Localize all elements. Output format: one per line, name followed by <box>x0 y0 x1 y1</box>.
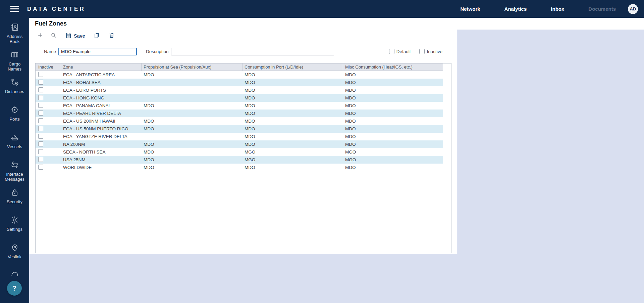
sidebar-item-label: Vessels <box>7 144 22 149</box>
header-propulsion-at-sea[interactable]: Propulsion at Sea (Propulsion/Aux) <box>142 63 243 71</box>
sidebar-item-distances[interactable]: Distances <box>0 75 29 102</box>
port-cell: MDO <box>243 134 343 139</box>
port-cell: MDO <box>243 88 343 93</box>
inactive-cell <box>36 72 61 78</box>
port-cell: MDO <box>243 95 343 100</box>
port-cell: MDO <box>243 165 343 170</box>
inactive-checkbox-group: Inactive <box>419 49 442 54</box>
inactive-cell <box>36 118 61 124</box>
name-input[interactable] <box>58 48 137 55</box>
copy-button[interactable] <box>93 31 101 41</box>
inactive-checkbox[interactable] <box>419 49 425 54</box>
inactive-cell <box>36 165 61 171</box>
sidebar-item-cargo-names[interactable]: Cargo Names <box>0 47 29 75</box>
description-label: Description <box>146 49 169 54</box>
row-inactive-checkbox[interactable] <box>38 165 43 170</box>
app-title: DATA CENTER <box>27 6 86 12</box>
add-button[interactable] <box>36 31 45 41</box>
default-checkbox[interactable] <box>389 49 394 54</box>
header-consumption-in-port[interactable]: Consumption in Port (L/D/Idle) <box>243 63 343 71</box>
nav-inbox[interactable]: Inbox <box>551 6 564 12</box>
zone-cell: ECA - US 50NM PUERTO RICO <box>61 126 142 131</box>
row-inactive-checkbox[interactable] <box>38 111 43 116</box>
table-row[interactable]: ECA - US 50NM PUERTO RICO MDO MDO MDO <box>36 125 443 133</box>
sidebar-item-interface-messages[interactable]: Interface Messages <box>0 158 29 185</box>
nav-network[interactable]: Network <box>460 6 480 12</box>
port-cell: MDO <box>243 119 343 124</box>
default-checkbox-group: Default <box>389 49 411 54</box>
row-inactive-checkbox[interactable] <box>38 87 43 92</box>
form-checkboxes: Default Inactive <box>389 49 442 54</box>
table-row[interactable]: WORLDWIDE MDO MDO MDO <box>36 164 443 171</box>
delete-button[interactable] <box>107 31 116 41</box>
row-inactive-checkbox[interactable] <box>38 103 43 108</box>
table-row[interactable]: ECA - ANTARCTIC AREA MDO MDO MDO <box>36 71 443 79</box>
sidebar-item-veslink[interactable]: Veslink <box>0 240 29 268</box>
inactive-cell <box>36 103 61 109</box>
nav-documents[interactable]: Documents <box>588 6 616 12</box>
port-cell: MDO <box>243 103 343 108</box>
name-label: Name <box>41 49 56 54</box>
help-button[interactable]: ? <box>7 281 22 296</box>
row-inactive-checkbox[interactable] <box>38 72 43 77</box>
table-row[interactable]: ECA - PEARL RIVER DELTA MDO MDO <box>36 110 443 117</box>
sidebar-item-security[interactable]: Security <box>0 185 29 213</box>
sidebar-item-ports[interactable]: Ports <box>0 102 29 130</box>
search-icon <box>51 32 57 39</box>
port-cell: MDO <box>243 142 343 147</box>
misc-cell: MDO <box>343 72 443 77</box>
inactive-cell <box>36 134 61 140</box>
table-row[interactable]: ECA - HONG KONG MDO MDO <box>36 94 443 102</box>
nav-analytics[interactable]: Analytics <box>504 6 527 12</box>
sea-cell: MDO <box>142 142 243 147</box>
header-misc-consumption[interactable]: Misc Consumption (Heat/IGS, etc.) <box>343 63 443 71</box>
row-inactive-checkbox[interactable] <box>38 149 43 154</box>
row-inactive-checkbox[interactable] <box>38 80 43 85</box>
sidebar-item-address-book[interactable]: Address Book <box>0 20 29 47</box>
map-pin-icon <box>10 243 19 253</box>
port-cell: MGO <box>243 149 343 155</box>
sidebar-item-label: Veslink <box>8 255 21 260</box>
row-inactive-checkbox[interactable] <box>38 126 43 131</box>
table-row[interactable]: SECA - NORTH SEA MDO MGO MGO <box>36 148 443 156</box>
table-row[interactable]: ECA - US 200NM HAWAII MDO MDO MDO <box>36 117 443 125</box>
row-inactive-checkbox[interactable] <box>38 141 43 146</box>
sidebar-item-vessels[interactable]: Vessels <box>0 130 29 158</box>
table-row[interactable]: ECA - EURO PORTS MDO MDO <box>36 86 443 94</box>
save-button[interactable]: Save <box>64 31 87 41</box>
table-row[interactable]: ECA - YANGTZE RIVER DELTA MDO MDO <box>36 133 443 140</box>
row-inactive-checkbox[interactable] <box>38 134 43 139</box>
swap-arrows-icon <box>10 161 19 171</box>
header-zone[interactable]: Zone <box>61 63 142 71</box>
user-avatar[interactable]: AD <box>628 4 638 14</box>
table-row[interactable]: USA 25NM MDO MGO MGO <box>36 156 443 164</box>
table-row[interactable]: NA 200NM MDO MDO MDO <box>36 140 443 148</box>
table-row[interactable]: ECA - BOHAI SEA MDO MDO <box>36 79 443 86</box>
sidebar-item-more[interactable] <box>0 268 29 276</box>
zone-cell: SECA - NORTH SEA <box>61 149 142 155</box>
sidebar-item-label: Security <box>7 200 22 205</box>
sea-cell: MDO <box>142 157 243 162</box>
sidebar-item-label: Interface Messages <box>1 172 28 182</box>
row-inactive-checkbox[interactable] <box>38 157 43 162</box>
inactive-cell <box>36 126 61 132</box>
misc-cell: MDO <box>343 126 443 131</box>
inactive-cell <box>36 80 61 86</box>
header-inactive[interactable]: Inactive <box>36 63 61 71</box>
misc-cell: MGO <box>343 157 443 162</box>
search-button[interactable] <box>49 31 58 41</box>
sidebar-item-label: Distances <box>5 89 24 94</box>
sea-cell: MDO <box>142 72 243 77</box>
save-button-label: Save <box>74 33 85 39</box>
page-header: Fuel Zones <box>29 18 644 30</box>
description-input[interactable] <box>171 48 334 55</box>
sidebar-item-label: Ports <box>9 117 19 122</box>
hamburger-menu-icon[interactable] <box>10 6 19 12</box>
sea-cell: MDO <box>142 126 243 131</box>
table-row[interactable]: ECA - PANAMA CANAL MDO MDO MDO <box>36 102 443 110</box>
row-inactive-checkbox[interactable] <box>38 95 43 100</box>
sidebar-item-settings[interactable]: Settings <box>0 213 29 240</box>
zone-cell: ECA - YANGTZE RIVER DELTA <box>61 134 142 139</box>
sidebar: Address Book Cargo Names Distances <box>0 18 29 303</box>
row-inactive-checkbox[interactable] <box>38 118 43 123</box>
